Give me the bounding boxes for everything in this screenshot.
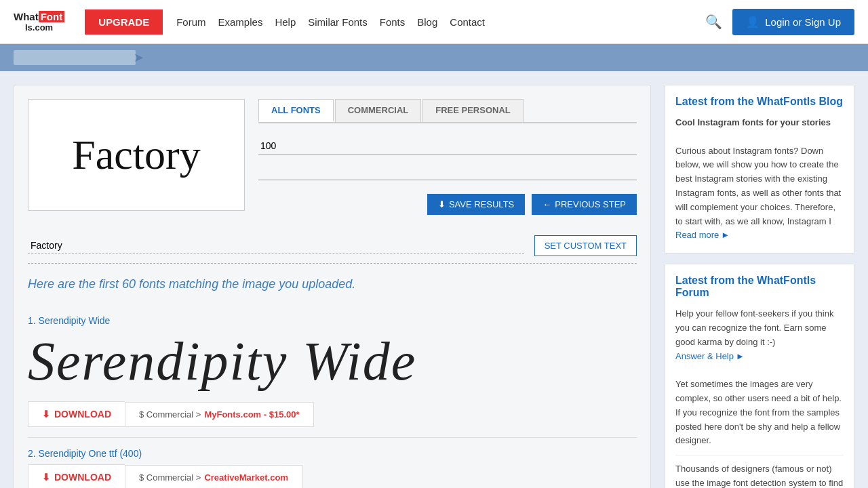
tab-all-fonts[interactable]: ALL FONTS [258, 99, 334, 122]
font-name-1: Serendipity Wide [39, 315, 111, 326]
prev-label: PREVIOUS STEP [555, 199, 626, 209]
save-results-button[interactable]: SAVE RESULTS [427, 194, 525, 215]
login-button[interactable]: Login or Sign Up [732, 9, 854, 35]
sidebar-forum-title: Latest from the WhatFontIs Forum [675, 274, 844, 299]
read-more-label: Read more [675, 228, 719, 243]
sidebar-blog-body: Cool Instagram fonts for your stories Cu… [675, 116, 844, 243]
filter-input-2[interactable] [258, 162, 637, 180]
download-button-2[interactable]: DOWNLOAD [28, 464, 125, 488]
font-number-2: 2. [28, 448, 36, 459]
download-label-2: DOWNLOAD [54, 472, 111, 483]
main-wrapper: Factory ALL FONTS COMMERCIAL FREE PERSON… [0, 71, 868, 488]
input-row-1 [258, 137, 637, 155]
nav-help[interactable]: Help [275, 16, 296, 28]
action-buttons: SAVE RESULTS PREVIOUS STEP [258, 194, 637, 215]
nav-blog[interactable]: Blog [417, 16, 437, 28]
nav-fonts[interactable]: Fonts [380, 16, 406, 28]
nav-forum[interactable]: Forum [176, 16, 205, 28]
font-image-preview: Factory [72, 131, 200, 179]
sidebar-forum-text-3: If you recognize the font from the sampl… [675, 407, 840, 446]
sidebar-forum-body: Help your fellow font-seekers if you thi… [675, 307, 844, 488]
sidebar-divider [675, 455, 844, 455]
sidebar-blog-card: Latest from the WhatFontIs Blog Cool Ins… [665, 85, 854, 253]
blue-bar: ➤ [0, 44, 868, 71]
sidebar-answer-help-link[interactable]: Answer & Help ► [675, 350, 745, 364]
set-custom-text-button[interactable]: SET CUSTOM TEXT [534, 235, 637, 256]
commercial-link-2[interactable]: CreativeMarket.com [204, 472, 288, 483]
sidebar-forum-text-1: Help your fellow font-seekers if you thi… [675, 308, 833, 347]
result-heading: Here are the first 60 fonts matching the… [28, 277, 637, 291]
font-actions-2: DOWNLOAD $ Commercial > CreativeMarket.c… [28, 464, 637, 488]
nav-examples[interactable]: Examples [218, 16, 263, 28]
logo-iscom: Is.com [25, 22, 53, 33]
commercial-info-1: $ Commercial > MyFonts.com - $15.00* [125, 402, 314, 427]
sidebar-blog-text: Curious about Instagram fonts? Down belo… [675, 146, 841, 226]
search-button[interactable] [705, 14, 722, 30]
custom-text-row: SET CUSTOM TEXT [28, 235, 637, 264]
font-number-1: 1. [28, 315, 36, 326]
big-font-preview: Serendipity Wide [28, 331, 637, 391]
logo-area: WhatFont Is.com [14, 11, 64, 33]
logo-whatfont: WhatFont [14, 11, 64, 22]
answer-help-arrow-icon: ► [736, 350, 745, 364]
sidebar-forum-card: Latest from the WhatFontIs Forum Help yo… [665, 264, 854, 488]
read-more-arrow-icon: ► [721, 228, 730, 243]
tabs: ALL FONTS COMMERCIAL FREE PERSONAL [258, 99, 637, 123]
tabs-area: ALL FONTS COMMERCIAL FREE PERSONAL SAVE [258, 99, 637, 222]
user-icon [746, 16, 760, 28]
save-icon [438, 199, 446, 209]
sidebar-read-more-link[interactable]: Read more ► [675, 228, 730, 243]
search-icon [705, 14, 722, 29]
upgrade-button[interactable]: UPGRADE [85, 9, 163, 35]
logo-font-highlight: Font [39, 11, 64, 22]
commercial-info-2: $ Commercial > CreativeMarket.com [125, 465, 302, 489]
nav-contact[interactable]: Contact [450, 16, 485, 28]
font-preview-area: Factory ALL FONTS COMMERCIAL FREE PERSON… [28, 99, 637, 222]
commercial-label-2: $ Commercial > [139, 472, 201, 483]
sidebar-forum-text-4: Thousands of designers (famous or not) u… [675, 464, 843, 488]
commercial-label-1: $ Commercial > [139, 409, 201, 420]
font-name-link-2[interactable]: 2. Serendipity One ttf (400) [28, 448, 637, 459]
tab-free-personal[interactable]: FREE PERSONAL [422, 99, 524, 122]
filter-input-1[interactable] [258, 137, 637, 155]
font-result-item-2: 2. Serendipity One ttf (400) DOWNLOAD $ … [28, 438, 637, 488]
font-result-item: 1. Serendipity Wide Serendipity Wide DOW… [28, 305, 637, 438]
sidebar-blog-article-title: Cool Instagram fonts for your stories [675, 117, 831, 127]
save-label: SAVE RESULTS [449, 199, 514, 209]
download-icon-2 [42, 472, 50, 483]
download-label-1: DOWNLOAD [54, 409, 111, 420]
custom-text-input[interactable] [28, 237, 524, 254]
font-name-link-1[interactable]: 1. Serendipity Wide [28, 315, 637, 326]
logo: WhatFont Is.com [14, 11, 64, 33]
login-label: Login or Sign Up [765, 16, 841, 28]
blue-bar-inner: ➤ [14, 50, 136, 65]
main-nav: Forum Examples Help Similar Fonts Fonts … [176, 16, 705, 28]
left-panel: Factory ALL FONTS COMMERCIAL FREE PERSON… [14, 85, 651, 488]
font-actions-1: DOWNLOAD $ Commercial > MyFonts.com - $1… [28, 401, 637, 427]
download-button-1[interactable]: DOWNLOAD [28, 401, 125, 427]
font-image-box: Factory [28, 99, 245, 211]
header-right: Login or Sign Up [705, 9, 854, 35]
previous-step-button[interactable]: PREVIOUS STEP [532, 194, 637, 215]
commercial-link-1[interactable]: MyFonts.com - $15.00* [204, 409, 299, 420]
blue-bar-arrow-icon: ➤ [134, 50, 144, 65]
font-name-2: Serendipity One ttf (400) [39, 448, 142, 459]
right-sidebar: Latest from the WhatFontIs Blog Cool Ins… [665, 85, 854, 488]
tab-commercial[interactable]: COMMERCIAL [335, 99, 422, 122]
header: WhatFont Is.com UPGRADE Forum Examples H… [0, 0, 868, 44]
nav-similar-fonts[interactable]: Similar Fonts [308, 16, 368, 28]
tab-content: SAVE RESULTS PREVIOUS STEP [258, 130, 637, 222]
download-icon-1 [42, 409, 50, 420]
answer-help-label: Answer & Help [675, 350, 734, 364]
sidebar-blog-title: Latest from the WhatFontIs Blog [675, 96, 844, 108]
prev-arrow-icon [542, 199, 551, 209]
sidebar-forum-text-2: Yet sometimes the images are very comple… [675, 379, 842, 403]
input-row-2 [258, 162, 637, 180]
